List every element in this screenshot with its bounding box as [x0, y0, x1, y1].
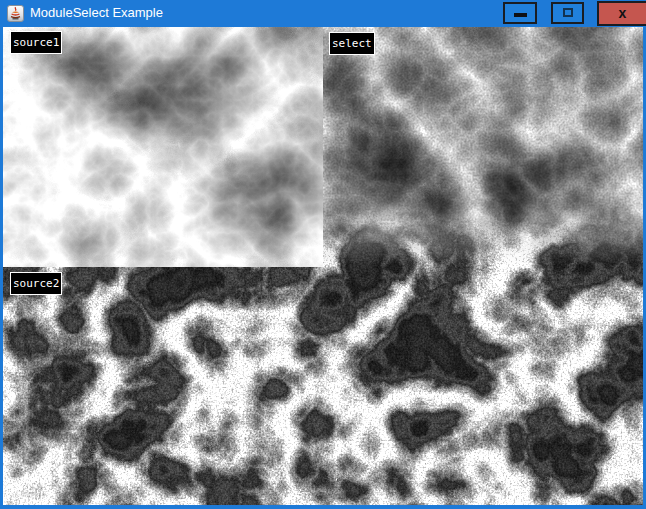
maximize-button[interactable] — [551, 2, 584, 24]
minimize-button[interactable] — [503, 2, 537, 24]
noise-canvas — [3, 27, 643, 505]
source1-label: source1 — [10, 31, 62, 54]
close-button[interactable]: x — [597, 1, 646, 26]
source1-texture — [3, 27, 323, 267]
source2-label: source2 — [10, 272, 62, 295]
render-canvas: source1 select source2 — [3, 27, 643, 505]
app-window: ModuleSelect Example x — [0, 0, 646, 509]
java-coffee-cup-icon[interactable] — [7, 5, 24, 22]
maximize-square-icon — [563, 8, 573, 17]
window-title: ModuleSelect Example — [30, 0, 163, 27]
close-x-icon: x — [599, 3, 646, 23]
minimize-dash-icon — [514, 13, 527, 17]
titlebar[interactable]: ModuleSelect Example x — [0, 0, 646, 27]
select-label: select — [329, 32, 375, 55]
